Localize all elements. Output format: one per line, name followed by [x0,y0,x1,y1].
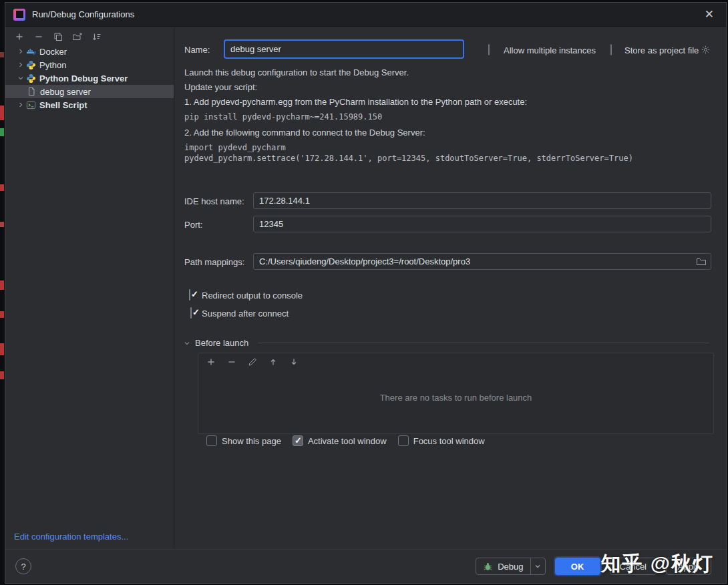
show-this-page-label: Show this page [222,436,281,446]
before-launch-title: Before launch [195,338,248,348]
step2-text: 2. Add the following command to connect … [184,128,425,138]
copy-configuration-icon[interactable] [52,31,64,43]
docker-icon [26,46,39,57]
activate-tool-window-label: Activate tool window [308,436,387,446]
background-artifact [0,128,4,136]
configurations-sidebar: Docker Python Python Debug Server [5,27,174,549]
name-input[interactable] [224,40,464,58]
focus-tool-window-checkbox[interactable] [398,435,409,446]
zhihu-watermark: 知乎 @秋灯 [600,550,714,578]
name-label: Name: [184,45,210,55]
python-debug-server-icon [26,73,39,83]
close-icon[interactable]: ✕ [701,7,718,21]
tree-item-label: Python Debug Server [39,73,128,83]
chevron-down-icon[interactable] [183,339,191,347]
add-configuration-icon[interactable] [13,31,25,43]
step1-code: pip install pydevd-pycharm~=241.15989.15… [184,112,382,122]
add-task-icon[interactable] [205,356,217,368]
background-artifact [0,343,4,355]
move-task-up-icon[interactable] [267,356,279,368]
tree-item-label: debug server [40,87,91,97]
path-mappings-input[interactable] [254,256,696,266]
store-as-project-file-checkbox[interactable] [610,44,612,55]
background-artifact [0,371,4,379]
step1-text: 1. Add pydevd-pycharm.egg from the PyCha… [184,97,527,107]
show-this-page-checkbox[interactable] [206,435,217,446]
new-folder-icon[interactable] [71,31,83,43]
move-task-down-icon[interactable] [288,356,300,368]
background-artifact [0,184,4,191]
edit-configuration-templates-link[interactable]: Edit configuration templates... [14,532,128,542]
chevron-right-icon[interactable] [15,46,26,57]
run-debug-configurations-dialog: Run/Debug Configurations ✕ [5,2,727,584]
tree-item-label: Python [39,60,66,70]
background-artifact [0,52,4,57]
suspend-after-connect-checkbox[interactable] [190,307,192,319]
allow-multiple-instances-label: Allow multiple instances [504,45,596,55]
title-bar: Run/Debug Configurations ✕ [5,3,726,27]
redirect-output-label: Redirect output to console [202,290,303,301]
debug-bug-icon [483,562,493,572]
chevron-down-icon[interactable] [15,73,26,83]
tree-item-label: Docker [39,47,67,57]
shell-script-icon [26,100,39,110]
remove-task-icon[interactable] [226,356,238,368]
before-launch-tasks-panel: There are no tasks to run before launch [198,353,714,434]
focus-tool-window-label: Focus tool window [413,436,485,446]
browse-folder-icon[interactable] [696,256,707,267]
path-mappings-label: Path mappings: [184,257,244,267]
configurations-tree: Docker Python Python Debug Server [5,45,174,112]
intellij-logo-icon [13,9,25,21]
no-tasks-message: There are no tasks to run before launch [198,393,713,403]
activate-tool-window-option: Activate tool window [293,435,387,446]
redirect-output-checkbox[interactable] [189,289,190,301]
tasks-toolbar [198,353,713,371]
port-label: Port: [184,220,202,230]
suspend-after-connect-label: Suspend after connect [202,309,289,319]
window-title: Run/Debug Configurations [32,9,134,19]
step2-code-line2: pydevd_pycharm.settrace('172.28.144.1', … [184,154,633,163]
before-launch-header[interactable]: Before launch [183,338,709,348]
port-input[interactable] [253,216,711,232]
show-this-page-option: Show this page [206,435,281,446]
debug-split-button[interactable]: Debug [476,558,545,575]
activate-tool-window-checkbox[interactable] [293,435,303,446]
debug-options-chevron-icon[interactable] [530,558,545,574]
ok-button[interactable]: OK [555,558,600,575]
configuration-file-icon [27,86,40,97]
remove-configuration-icon[interactable] [33,31,45,43]
tree-item-python-debug-server[interactable]: Python Debug Server [5,71,174,85]
path-mappings-field [253,253,711,270]
description-line: Launch this debug configuration to start… [184,67,409,77]
section-separator [258,343,709,343]
edit-task-icon[interactable] [246,356,258,368]
background-artifact [0,280,4,290]
debug-button[interactable]: Debug [476,558,530,574]
store-as-project-file-label: Store as project file [624,45,699,55]
description-line: Update your script: [184,82,257,92]
store-settings-gear-icon[interactable] [701,45,711,55]
background-artifact [0,311,4,318]
configuration-form: Name: Allow multiple instances Store as … [175,27,726,549]
focus-tool-window-option: Focus tool window [398,435,485,446]
sidebar-toolbar [13,29,103,45]
tree-item-docker[interactable]: Docker [5,45,174,58]
background-artifact [0,106,4,120]
chevron-right-icon[interactable] [15,59,26,70]
tree-item-python[interactable]: Python [5,58,174,71]
ide-host-name-input[interactable] [253,192,711,209]
tool-window-options-row: Show this page Activate tool window Focu… [206,435,485,446]
python-icon [26,59,39,70]
debug-button-label: Debug [498,562,523,572]
sort-configurations-icon[interactable] [91,31,103,43]
tree-item-debug-server[interactable]: debug server [5,85,174,98]
allow-multiple-instances-checkbox[interactable] [488,44,490,55]
tree-item-shell-script[interactable]: Shell Script [5,98,174,112]
tree-item-label: Shell Script [39,100,87,110]
step2-code-line1: import pydevd_pycharm [184,143,286,152]
background-artifact [0,222,4,227]
ide-host-name-label: IDE host name: [184,196,244,206]
help-button[interactable]: ? [15,558,31,574]
chevron-right-icon[interactable] [15,100,26,110]
